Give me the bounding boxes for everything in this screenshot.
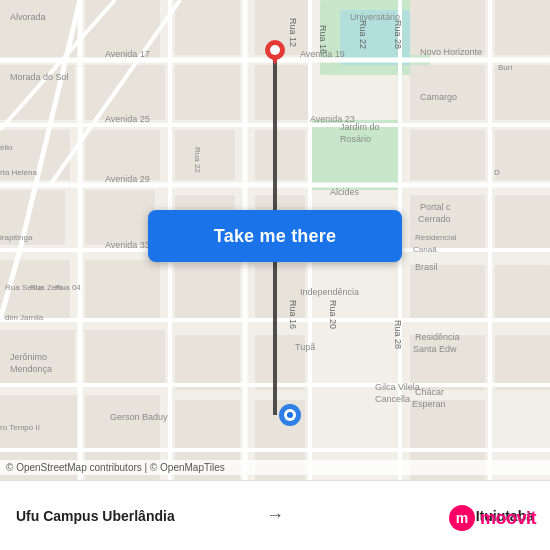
svg-text:rta Helena: rta Helena <box>0 168 37 177</box>
svg-rect-29 <box>410 265 485 320</box>
svg-text:Alcides: Alcides <box>330 187 360 197</box>
svg-rect-35 <box>495 195 550 250</box>
svg-text:Cerrado: Cerrado <box>418 214 451 224</box>
svg-text:Jardim do: Jardim do <box>340 122 380 132</box>
svg-rect-10 <box>85 130 160 180</box>
svg-rect-37 <box>495 335 550 390</box>
svg-text:Mendonça: Mendonça <box>10 364 52 374</box>
svg-text:Santa Edw: Santa Edw <box>413 344 457 354</box>
svg-text:Rua 12: Rua 12 <box>288 18 298 47</box>
svg-rect-34 <box>495 130 550 180</box>
svg-text:Avenida 17: Avenida 17 <box>105 49 150 59</box>
svg-text:Avenida 19: Avenida 19 <box>300 49 345 59</box>
svg-text:Morada do Sol: Morada do Sol <box>10 72 69 82</box>
svg-text:Rua 20: Rua 20 <box>328 300 338 329</box>
svg-text:Portal c: Portal c <box>420 202 451 212</box>
svg-text:Gerson Baduy: Gerson Baduy <box>110 412 168 422</box>
svg-rect-20 <box>175 130 235 180</box>
svg-rect-27 <box>410 130 485 180</box>
svg-text:Novo Horizonte: Novo Horizonte <box>420 47 482 57</box>
svg-rect-9 <box>85 65 165 120</box>
svg-rect-19 <box>175 65 240 120</box>
svg-rect-39 <box>255 65 310 120</box>
svg-text:Avenida 25: Avenida 25 <box>105 114 150 124</box>
attribution-text: © OpenStreetMap contributors | © OpenMap… <box>6 462 225 473</box>
bottom-bar: Ufu Campus Uberlândia → Ituiutaba m moov… <box>0 480 550 550</box>
svg-text:Rosário: Rosário <box>340 134 371 144</box>
svg-text:Avenida 29: Avenida 29 <box>105 174 150 184</box>
svg-text:Residência: Residência <box>415 332 460 342</box>
svg-rect-18 <box>175 0 240 55</box>
svg-text:D: D <box>494 168 500 177</box>
svg-rect-40 <box>255 130 305 180</box>
svg-text:Residencial: Residencial <box>415 233 457 242</box>
svg-text:Canaã: Canaã <box>413 245 437 254</box>
svg-rect-33 <box>495 65 550 120</box>
svg-text:Cancella: Cancella <box>375 394 410 404</box>
svg-text:Jerônimo: Jerônimo <box>10 352 47 362</box>
svg-text:dim Jamila: dim Jamila <box>5 313 44 322</box>
svg-text:Alvorada: Alvorada <box>10 12 46 22</box>
moovit-brand-text: moovit <box>480 508 536 529</box>
origin-label: Ufu Campus Uberlândia <box>16 508 256 524</box>
svg-text:m: m <box>456 510 468 526</box>
svg-text:ro Tempo II: ro Tempo II <box>0 423 40 432</box>
svg-text:Buri: Buri <box>498 63 512 72</box>
svg-text:Rua 22: Rua 22 <box>358 20 368 49</box>
svg-text:Rua 04: Rua 04 <box>55 283 81 292</box>
svg-text:élio: élio <box>0 143 13 152</box>
arrow-icon: → <box>266 505 284 526</box>
svg-text:Esperan: Esperan <box>412 399 446 409</box>
svg-rect-12 <box>85 260 160 320</box>
svg-text:Gilca Vilela: Gilca Vilela <box>375 382 420 392</box>
svg-rect-22 <box>175 265 240 320</box>
svg-text:Rua 28: Rua 28 <box>393 20 403 49</box>
map-attribution: © OpenStreetMap contributors | © OpenMap… <box>0 460 550 475</box>
svg-rect-11 <box>85 190 155 245</box>
svg-text:Rua 22: Rua 22 <box>193 147 202 173</box>
svg-rect-13 <box>85 330 165 385</box>
svg-text:Camargo: Camargo <box>420 92 457 102</box>
svg-rect-32 <box>495 0 550 55</box>
svg-rect-23 <box>175 335 240 390</box>
svg-text:Avenida 33: Avenida 33 <box>105 240 150 250</box>
moovit-logo: m moovit <box>448 504 536 532</box>
svg-text:irapitinga: irapitinga <box>0 233 33 242</box>
svg-point-116 <box>287 412 293 418</box>
moovit-logo-icon: m <box>448 504 476 532</box>
svg-text:Brasil: Brasil <box>415 262 438 272</box>
svg-text:Independência: Independência <box>300 287 359 297</box>
svg-rect-36 <box>495 265 550 320</box>
map-container: Rua 12 Rua 16 Rua 22 Rua 28 Rua 16 Rua 2… <box>0 0 550 480</box>
svg-text:Tupã: Tupã <box>295 342 315 352</box>
svg-text:Rua 28: Rua 28 <box>393 320 403 349</box>
svg-text:Rua 16: Rua 16 <box>288 300 298 329</box>
svg-point-113 <box>270 45 280 55</box>
svg-text:Universitário: Universitário <box>350 12 400 22</box>
take-me-there-button[interactable]: Take me there <box>148 210 402 262</box>
